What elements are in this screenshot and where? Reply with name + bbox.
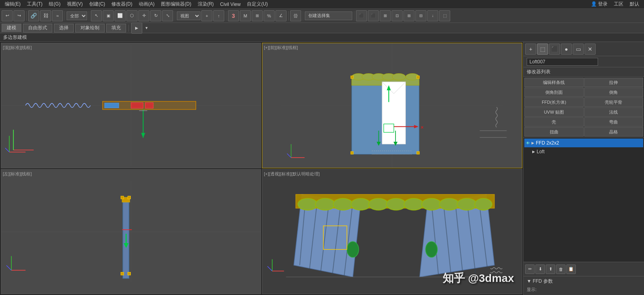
modifier-shell[interactable]: 壳 xyxy=(524,117,584,127)
viewport-perspective[interactable]: [+][透视][标准][默认明暗处理] xyxy=(262,169,522,295)
stack-item-ffd[interactable]: 👁 ▶ FFD 2x2x2 xyxy=(524,139,643,147)
menu-animation[interactable]: 动画(A) xyxy=(136,1,158,8)
object-name-input[interactable] xyxy=(527,58,598,66)
lasso-select-button[interactable]: ⬡ xyxy=(126,10,138,21)
modifier-uvw-map[interactable]: UVW 贴图 xyxy=(524,107,584,117)
stack-edit-btn[interactable]: ✏ xyxy=(525,265,535,274)
menu-edit[interactable]: 编辑(E) xyxy=(2,1,24,8)
up-button[interactable]: ↑ xyxy=(213,10,224,21)
sep7 xyxy=(303,11,303,21)
view-dropdown[interactable]: 视图 xyxy=(177,11,201,20)
create-set-input[interactable]: 创建选择集 xyxy=(305,11,352,20)
panel-modify-icon[interactable]: ⬚ xyxy=(537,44,548,55)
extra-btn2[interactable]: ⬛ xyxy=(368,10,379,21)
stack-item-loft[interactable]: ▶ Loft xyxy=(524,147,643,156)
redo-button[interactable]: ↪ xyxy=(13,10,25,21)
svg-rect-29 xyxy=(417,76,420,78)
move-button[interactable]: ✛ xyxy=(138,10,149,21)
expand-icon-loft[interactable]: ▶ xyxy=(532,150,535,154)
rect-select-button[interactable]: ⬜ xyxy=(115,10,126,21)
extra-btn5[interactable]: ⊞ xyxy=(403,10,415,21)
menu-custom[interactable]: 自定义(U) xyxy=(244,1,271,8)
modeling-toolbar: 建模 自由形式 选择 对象绘制 填充 ▶ ▾ xyxy=(0,23,644,33)
stack-instance-btn[interactable]: 📋 xyxy=(566,265,576,274)
modifier-lattice[interactable]: 晶格 xyxy=(584,127,644,137)
menu-group[interactable]: 组(G) xyxy=(46,1,63,8)
tab-fill[interactable]: 填充 xyxy=(106,24,126,32)
tab-build[interactable]: 建模 xyxy=(2,24,21,32)
panel-create-icon[interactable]: + xyxy=(525,44,536,55)
svg-rect-31 xyxy=(417,152,420,154)
extra-btn3[interactable]: ⊞ xyxy=(380,10,391,21)
panel-display-icon[interactable]: ▭ xyxy=(573,44,584,55)
extra-btn6[interactable]: ⊟ xyxy=(415,10,426,21)
unlink-button[interactable]: ⛓ xyxy=(40,10,51,21)
modifier-shell-smooth[interactable]: 壳轮平骨 xyxy=(584,97,644,107)
viewport-front[interactable]: [+][前][标准][线框] xyxy=(262,43,522,168)
array-button[interactable]: ⊞ xyxy=(252,10,263,21)
menu-view[interactable]: 视图(V) xyxy=(64,1,86,8)
3d-button[interactable]: 3 xyxy=(228,10,239,21)
modifier-ffd-box[interactable]: FFD(长方体) xyxy=(524,97,584,107)
mirror-button[interactable]: M xyxy=(240,10,251,21)
tab-object-paint[interactable]: 对象绘制 xyxy=(75,24,105,32)
link-button[interactable]: 🔗 xyxy=(28,10,39,21)
select-button[interactable]: ↖ xyxy=(91,10,102,21)
menu-modifier[interactable]: 修改器(D) xyxy=(108,1,136,8)
panel-utilities-icon[interactable]: ✕ xyxy=(585,44,596,55)
modifier-bevel-profile[interactable]: 倒角剖面 xyxy=(524,88,584,97)
panel-motion-icon[interactable]: ● xyxy=(561,44,572,55)
viewport-top[interactable]: [顶][标准][线框] xyxy=(1,43,261,168)
menu-render[interactable]: 渲染(R) xyxy=(195,1,217,8)
svg-point-24 xyxy=(392,74,406,80)
tab-select[interactable]: 选择 xyxy=(54,24,74,32)
angle-button[interactable]: ∠ xyxy=(275,10,287,21)
viewport-left-canvas xyxy=(1,169,261,294)
viewport-perspective-canvas xyxy=(262,169,522,294)
viewport-left[interactable]: [左][标准][线框] xyxy=(1,169,261,295)
menu-default[interactable]: 默认 xyxy=(627,1,642,8)
modifier-normal[interactable]: 法线 xyxy=(584,107,644,117)
scale-button[interactable]: ⤡ xyxy=(162,10,173,21)
menu-login[interactable]: 👤 登录 xyxy=(588,1,611,8)
eye-icon-ffd[interactable]: 👁 xyxy=(526,141,530,145)
rotate-button[interactable]: ↻ xyxy=(150,10,161,21)
plus-button[interactable]: + xyxy=(201,10,212,21)
undo-button[interactable]: ↩ xyxy=(2,10,13,21)
modifier-list-title: 修改器列表 xyxy=(524,67,644,77)
mode-dropdown[interactable]: 全部 xyxy=(67,11,87,20)
tab-freeform[interactable]: 自由形式 xyxy=(23,24,52,32)
stack-delete-btn[interactable]: 🗑 xyxy=(556,265,566,274)
stack-move-up-btn[interactable]: ⬆ xyxy=(546,265,555,274)
stack-label-loft: Loft xyxy=(537,149,545,154)
svg-rect-54 xyxy=(128,196,130,199)
modifier-twist[interactable]: 扭曲 xyxy=(524,127,584,137)
extra-btn8[interactable]: ⬚ xyxy=(439,10,450,21)
percent-button[interactable]: % xyxy=(264,10,275,21)
svg-point-77 xyxy=(404,198,424,210)
modifier-bend[interactable]: 弯曲 xyxy=(584,117,644,127)
modifier-extrude[interactable]: 拉伸 xyxy=(584,78,644,87)
modifier-bevel[interactable]: 倒角 xyxy=(584,88,644,97)
svg-point-75 xyxy=(369,198,388,210)
svg-rect-53 xyxy=(121,196,124,199)
panel-hierarchy-icon[interactable]: ⬛ xyxy=(549,44,560,55)
expand-icon-ffd[interactable]: ▶ xyxy=(531,141,534,145)
select-name-button[interactable]: ▣ xyxy=(103,10,114,21)
extra-btn7[interactable]: ↓ xyxy=(427,10,438,21)
svg-rect-55 xyxy=(121,272,124,275)
menu-graph-editor[interactable]: 图形编辑器(D) xyxy=(158,1,195,8)
snap-button[interactable]: {|} xyxy=(290,10,301,21)
svg-rect-6 xyxy=(145,103,153,108)
menu-civil-view[interactable]: Civil View xyxy=(217,2,244,7)
right-panel: + ⬚ ⬛ ● ▭ ✕ 修改器列表 编辑样条线 拉伸 倒角剖面 xyxy=(523,42,644,295)
menu-create[interactable]: 创建(C) xyxy=(86,1,109,8)
stack-move-down-btn[interactable]: ⬇ xyxy=(535,265,545,274)
modifier-edit-spline[interactable]: 编辑样条线 xyxy=(524,78,584,87)
menu-workspace[interactable]: 工区 xyxy=(611,1,627,8)
bind-button[interactable]: ≈ xyxy=(52,10,63,21)
extra-btn4[interactable]: ⊡ xyxy=(392,10,403,21)
fill-icon-btn[interactable]: ▶ xyxy=(131,23,142,34)
menu-tools[interactable]: 工具(T) xyxy=(24,1,46,8)
extra-btn1[interactable]: ⬛ xyxy=(356,10,367,21)
